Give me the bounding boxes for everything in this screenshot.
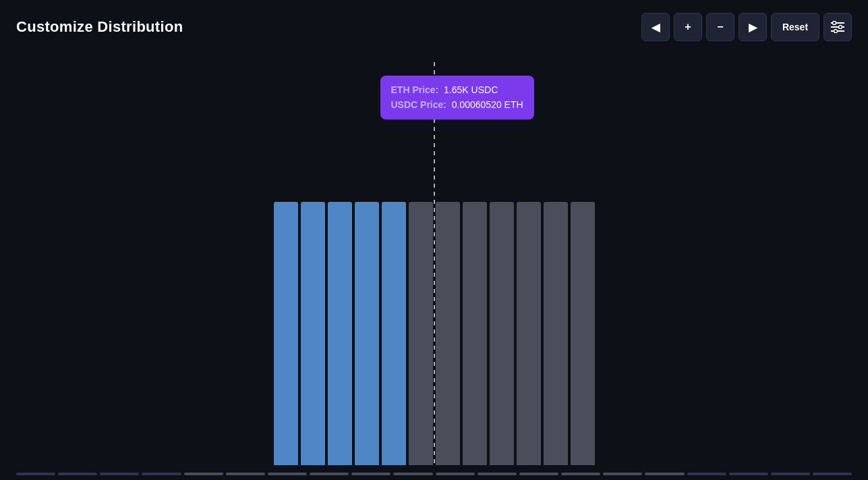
chart-area: ETH Price: 1.65K USDC USDC Price: 0.0006… bbox=[0, 42, 868, 480]
range-seg-10 bbox=[393, 473, 432, 475]
toolbar: ◀ + − ▶ Reset bbox=[641, 13, 852, 41]
range-seg-15 bbox=[603, 473, 642, 475]
usdc-price-value: 0.00060520 ETH bbox=[452, 99, 523, 110]
range-seg-20 bbox=[813, 473, 852, 475]
eth-price-line: ETH Price: 1.65K USDC bbox=[391, 82, 523, 97]
range-seg-13 bbox=[519, 473, 558, 475]
range-seg-16 bbox=[645, 473, 684, 475]
usdc-price-label: USDC Price: bbox=[391, 99, 446, 110]
range-seg-3 bbox=[100, 473, 139, 475]
reset-button[interactable]: Reset bbox=[771, 13, 819, 41]
bar-gray-2 bbox=[436, 202, 460, 465]
range-seg-2 bbox=[58, 473, 97, 475]
bar-gray-4 bbox=[490, 202, 514, 465]
range-seg-4 bbox=[142, 473, 181, 475]
range-seg-19 bbox=[771, 473, 810, 475]
bar-gray-5 bbox=[517, 202, 541, 465]
range-seg-1 bbox=[16, 473, 55, 475]
bar-gray-7 bbox=[571, 202, 595, 465]
eth-price-label: ETH Price: bbox=[391, 84, 439, 95]
range-seg-7 bbox=[268, 473, 307, 475]
svg-point-3 bbox=[833, 22, 836, 25]
range-seg-5 bbox=[184, 473, 223, 475]
page-title: Customize Distribution bbox=[16, 18, 183, 36]
range-seg-9 bbox=[351, 473, 390, 475]
svg-point-5 bbox=[834, 30, 838, 33]
eth-price-value: 1.65K USDC bbox=[444, 84, 498, 95]
bar-gray-1 bbox=[409, 202, 433, 465]
range-seg-11 bbox=[436, 473, 475, 475]
add-button[interactable]: + bbox=[674, 13, 702, 41]
bar-gray-6 bbox=[544, 202, 568, 465]
range-seg-18 bbox=[729, 473, 768, 475]
range-seg-8 bbox=[310, 473, 349, 475]
usdc-price-line: USDC Price: 0.00060520 ETH bbox=[391, 97, 523, 112]
bars-container bbox=[274, 202, 595, 465]
range-seg-6 bbox=[226, 473, 265, 475]
next-button[interactable]: ▶ bbox=[739, 13, 767, 41]
svg-point-4 bbox=[839, 26, 842, 29]
range-seg-14 bbox=[561, 473, 600, 475]
price-tooltip: ETH Price: 1.65K USDC USDC Price: 0.0006… bbox=[380, 76, 534, 119]
range-bar bbox=[0, 468, 868, 480]
header: Customize Distribution ◀ + − ▶ Reset bbox=[0, 0, 868, 42]
range-seg-12 bbox=[478, 473, 517, 475]
range-seg-17 bbox=[687, 473, 726, 475]
sliders-button[interactable] bbox=[823, 13, 852, 41]
minus-button[interactable]: − bbox=[706, 13, 734, 41]
bar-blue-1 bbox=[274, 202, 298, 465]
prev-button[interactable]: ◀ bbox=[641, 13, 670, 41]
bar-blue-4 bbox=[355, 202, 379, 465]
bar-blue-5 bbox=[382, 202, 406, 465]
bar-gray-3 bbox=[463, 202, 487, 465]
bar-blue-3 bbox=[328, 202, 352, 465]
bar-blue-2 bbox=[301, 202, 325, 465]
